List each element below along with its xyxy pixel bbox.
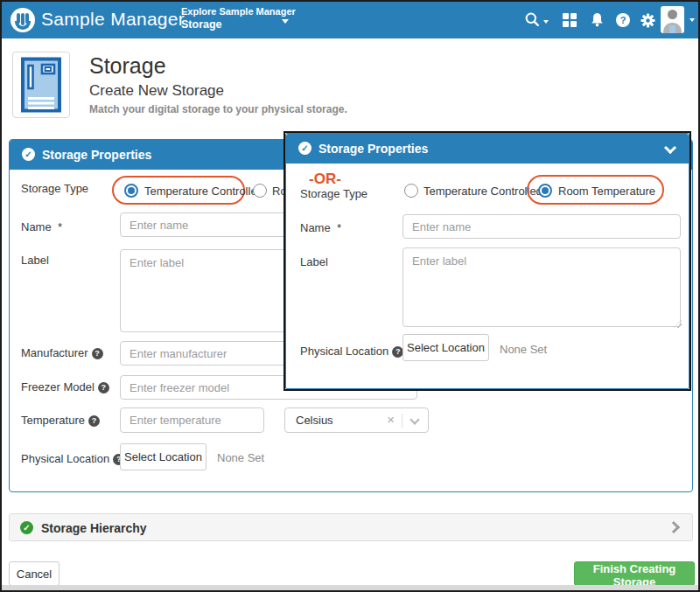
avatar-caret-icon	[690, 18, 695, 22]
cancel-button[interactable]: Cancel	[9, 561, 60, 586]
panel-title-back: Storage Properties	[42, 148, 151, 162]
product-grid-icon[interactable]	[563, 13, 578, 29]
radio-temperature-controlled-label-front[interactable]: Temperature Controlled	[424, 185, 542, 198]
freezer-model-label-text: Freezer Model	[21, 380, 94, 394]
temperature-input[interactable]	[120, 407, 264, 433]
name-label-text-front: Name	[300, 221, 331, 234]
units-clear-icon[interactable]: ×	[387, 412, 395, 427]
search-icon[interactable]	[525, 12, 541, 28]
name-label: Name *	[21, 220, 62, 233]
or-annotation-text: -OR-	[309, 171, 341, 188]
radio-temperature-controlled-front[interactable]	[404, 184, 418, 198]
select-location-button[interactable]: Select Location	[120, 443, 206, 470]
freezer-model-help-icon[interactable]: ?	[98, 382, 109, 394]
temperature-units-select[interactable]: Celsius ×	[284, 407, 429, 433]
settings-gear-icon[interactable]	[640, 13, 656, 29]
temperature-label: Temperature?	[21, 414, 100, 427]
select-location-button-front[interactable]: Select Location	[402, 334, 489, 361]
location-status-text-front: None Set	[500, 343, 547, 356]
app-context-menu[interactable]: Explore Sample Manager Storage	[181, 6, 296, 31]
manufacturer-label-text: Manufacturer	[21, 346, 88, 359]
finish-creating-storage-button[interactable]: Finish Creating Storage	[574, 561, 695, 586]
radio-temperature-controlled[interactable]	[124, 184, 138, 198]
location-status-text: None Set	[217, 451, 264, 464]
temperature-label-text: Temperature	[21, 414, 85, 427]
temperature-help-icon[interactable]: ?	[88, 415, 100, 427]
units-chevron-down-icon[interactable]	[410, 414, 419, 424]
context-menu-line2: Storage	[181, 18, 296, 31]
help-icon[interactable]: ?	[616, 13, 630, 27]
app-window: Sample Manager Explore Sample Manager St…	[0, 0, 700, 592]
name-label-front: Name *	[300, 221, 341, 234]
hierarchy-check-icon: ✓	[20, 521, 33, 534]
notifications-bell-icon[interactable]	[590, 12, 606, 28]
physical-location-label: Physical Location?	[21, 452, 124, 465]
panel-title-front: Storage Properties	[318, 142, 428, 156]
page-subtitle: Create New Storage	[89, 82, 224, 100]
menu-caret-icon	[282, 19, 289, 24]
search-caret-icon	[543, 20, 549, 24]
label-textarea-front[interactable]	[402, 247, 681, 327]
units-selected-value: Celsius	[296, 414, 333, 427]
name-input-front[interactable]	[402, 214, 681, 239]
physical-location-label-front: Physical Location?	[300, 345, 403, 358]
page-description: Match your digital storage to your physi…	[89, 103, 347, 115]
radio-room-temperature-front[interactable]	[538, 184, 552, 198]
user-avatar[interactable]	[661, 6, 684, 33]
panel-check-icon: ✓	[22, 148, 35, 161]
storage-type-label-front: Storage Type	[300, 187, 368, 200]
physical-location-label-text-front: Physical Location	[300, 345, 388, 358]
physical-location-label-text: Physical Location	[21, 452, 109, 465]
hierarchy-title: Storage Hierarchy	[41, 521, 147, 535]
page-title: Storage	[89, 53, 166, 79]
label-label: Label	[21, 254, 49, 267]
units-divider	[402, 414, 402, 428]
navbar: Sample Manager Explore Sample Manager St…	[2, 2, 698, 38]
radio-temperature-controlled-label[interactable]: Temperature Controlled	[144, 185, 263, 198]
panel-header-front[interactable]: ✓ Storage Properties	[286, 134, 689, 164]
radio-room-temperature[interactable]	[253, 184, 267, 198]
window-bottom-strip	[2, 585, 698, 590]
storage-freezer-icon	[12, 52, 70, 118]
label-label-front: Label	[300, 255, 328, 268]
hierarchy-expand-chevron-icon[interactable]	[668, 521, 680, 533]
freezer-model-label: Freezer Model?	[21, 380, 109, 394]
panel-check-icon-front: ✓	[298, 142, 312, 155]
manufacturer-label: Manufacturer?	[21, 346, 103, 359]
required-asterisk: *	[58, 220, 62, 233]
required-asterisk-front: *	[337, 221, 341, 234]
storage-type-label: Storage Type	[21, 182, 88, 195]
labkey-logo-icon[interactable]	[10, 8, 35, 32]
radio-room-temperature-label-front[interactable]: Room Temperature	[558, 185, 655, 198]
context-menu-line1: Explore Sample Manager	[181, 6, 296, 17]
brand-title[interactable]: Sample Manager	[41, 9, 185, 30]
name-label-text: Name	[21, 220, 52, 233]
storage-hierarchy-panel[interactable]: ✓ Storage Hierarchy	[9, 513, 693, 541]
panel-collapse-chevron-icon[interactable]	[664, 142, 676, 154]
manufacturer-help-icon[interactable]: ?	[92, 348, 103, 359]
storage-properties-panel-front: ✓ Storage Properties -OR- Storage Type T…	[284, 131, 691, 391]
